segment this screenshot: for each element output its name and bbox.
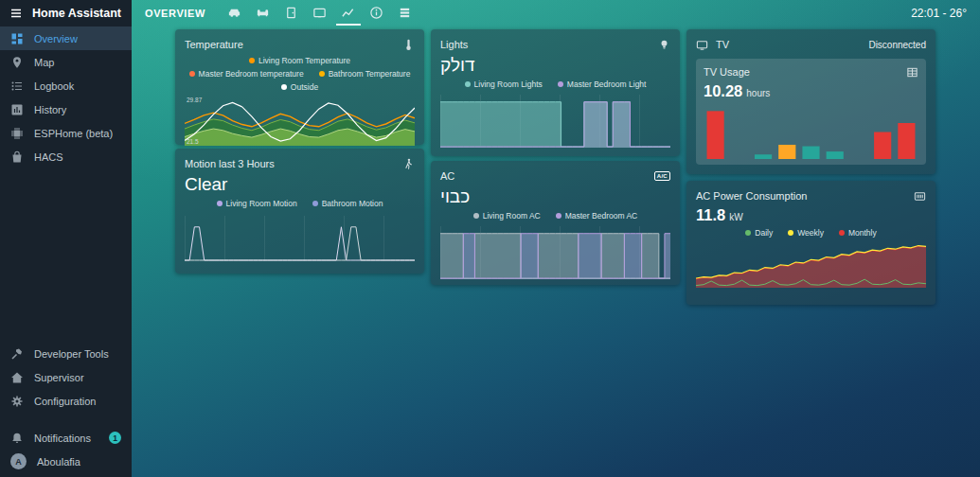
sidebar: Home Assistant Overview Map Logbook Hist… bbox=[0, 0, 132, 477]
legend-item: Daily bbox=[745, 228, 773, 238]
tablet-view-icon[interactable] bbox=[308, 0, 332, 26]
sidebar-item-hacs[interactable]: HACS bbox=[0, 145, 132, 168]
app-title: Home Assistant bbox=[32, 7, 121, 20]
sidebar-item-label: Logbook bbox=[34, 80, 74, 92]
legend-dot bbox=[189, 71, 195, 77]
table-icon bbox=[906, 66, 918, 79]
legend-item: Outside bbox=[281, 82, 318, 92]
card-title: AC bbox=[440, 170, 454, 182]
motion-chart bbox=[185, 216, 415, 261]
temperature-card[interactable]: Temperature Living Room Temperature Mast… bbox=[175, 29, 424, 145]
ac-card[interactable]: AC A/C כבוי Living Room AC Master Bedroo… bbox=[431, 161, 680, 285]
walk-icon bbox=[402, 158, 415, 170]
sidebar-item-label: Overview bbox=[34, 33, 78, 44]
lights-state: דולק bbox=[440, 55, 670, 76]
card-header: Lights bbox=[440, 37, 670, 52]
legend-item: Living Room Motion bbox=[217, 199, 297, 208]
card-title: Motion last 3 Hours bbox=[185, 158, 275, 169]
bell-icon bbox=[10, 432, 24, 445]
tv-usage-panel[interactable]: TV Usage 10.28 hours bbox=[696, 59, 926, 165]
card-header: TV Usage bbox=[704, 64, 918, 80]
legend-label: Daily bbox=[755, 228, 773, 238]
hammer-icon bbox=[10, 347, 24, 361]
menu-icon[interactable] bbox=[9, 7, 23, 20]
map-marker-icon bbox=[10, 56, 24, 69]
sidebar-item-user[interactable]: A Aboulafia bbox=[0, 450, 132, 473]
card-header: Temperature bbox=[185, 37, 415, 52]
legend-label: Master Bedroom temperature bbox=[199, 69, 304, 79]
tv-usage-chart bbox=[704, 102, 918, 159]
list-icon bbox=[10, 80, 24, 93]
dashboard-icon bbox=[10, 32, 24, 45]
motion-card[interactable]: Motion last 3 Hours Clear Living Room Mo… bbox=[175, 149, 424, 274]
sidebar-item-overview[interactable]: Overview bbox=[0, 26, 132, 50]
legend: Living Room Lights Master Bedroom Light bbox=[440, 80, 670, 89]
legend-dot bbox=[788, 230, 793, 236]
sidebar-item-configuration[interactable]: Configuration bbox=[0, 389, 132, 413]
topbar: OVERVIEW 22:01 - 26° bbox=[132, 0, 980, 26]
temperature-chart: 29.87 21.5 bbox=[185, 97, 415, 146]
legend-dot bbox=[745, 230, 751, 236]
sidebar-item-label: Map bbox=[34, 57, 54, 68]
ac-power-value-row: 11.8 kW bbox=[696, 206, 926, 224]
card-title: AC Power Consumption bbox=[696, 190, 807, 202]
y-axis-max: 29.87 bbox=[187, 97, 202, 103]
legend: Living Room Temperature Master Bedroom t… bbox=[185, 56, 415, 92]
ac-chart bbox=[440, 226, 670, 279]
ac-power-card[interactable]: AC Power Consumption 11.8 kW Daily Weekl… bbox=[686, 181, 935, 305]
door-view-icon[interactable] bbox=[279, 0, 304, 26]
sidebar-item-logbook[interactable]: Logbook bbox=[0, 74, 132, 97]
sidebar-item-label: Supervisor bbox=[34, 372, 84, 383]
legend-label: Weekly bbox=[797, 228, 824, 238]
chart-box-icon bbox=[10, 103, 24, 116]
sidebar-item-supervisor[interactable]: Supervisor bbox=[0, 365, 132, 389]
lights-chart bbox=[440, 95, 670, 148]
thermometer-icon bbox=[402, 39, 415, 51]
legend: Daily Weekly Monthly bbox=[696, 228, 926, 238]
car-view-icon[interactable] bbox=[223, 0, 247, 26]
legend-label: Outside bbox=[291, 82, 318, 92]
legend-item: Living Room AC bbox=[473, 211, 541, 221]
sidebar-item-developer-tools[interactable]: Developer Tools bbox=[0, 342, 132, 365]
rows-view-icon[interactable] bbox=[393, 0, 418, 26]
legend-item: Weekly bbox=[788, 228, 824, 238]
tv-card[interactable]: TV Disconnected TV Usage 10.28 hours bbox=[686, 29, 935, 174]
shopping-bag-icon bbox=[10, 150, 24, 164]
clock-temperature: 22:01 - 26° bbox=[911, 7, 967, 20]
chip-icon bbox=[10, 127, 24, 140]
sidebar-item-label: ESPHome (beta) bbox=[34, 128, 113, 139]
legend-dot bbox=[312, 201, 318, 206]
legend-item: Master Bedroom temperature bbox=[189, 69, 304, 79]
legend-label: Bathroom Temperature bbox=[329, 69, 411, 79]
y-axis-min: 21.5 bbox=[187, 138, 199, 145]
card-header: AC Power Consumption bbox=[696, 188, 926, 203]
legend-label: Living Room Temperature bbox=[258, 56, 350, 65]
sidebar-bottom: Developer Tools Supervisor Configuration… bbox=[0, 342, 132, 477]
ac-power-unit: kW bbox=[729, 212, 742, 222]
home-icon bbox=[10, 371, 24, 384]
info-view-icon[interactable] bbox=[365, 0, 389, 26]
legend-label: Master Bedroom AC bbox=[565, 211, 638, 221]
legend-item: Master Bedroom Light bbox=[558, 80, 647, 89]
card-header: TV Disconnected bbox=[696, 37, 926, 52]
legend: Living Room Motion Bathroom Motion bbox=[185, 199, 415, 208]
sidebar-item-history[interactable]: History bbox=[0, 97, 132, 121]
lights-card[interactable]: Lights דולק Living Room Lights Master Be… bbox=[431, 29, 680, 156]
sidebar-item-notifications[interactable]: Notifications 1 bbox=[0, 426, 132, 450]
tv-title-group: TV bbox=[696, 39, 729, 51]
legend-item: Living Room Lights bbox=[465, 80, 543, 89]
sidebar-item-label: Aboulafia bbox=[37, 456, 80, 468]
legend-item: Living Room Temperature bbox=[249, 56, 350, 65]
legend-dot bbox=[556, 213, 561, 219]
chart-view-icon[interactable] bbox=[336, 0, 361, 26]
sidebar-item-esphome[interactable]: ESPHome (beta) bbox=[0, 121, 132, 145]
tv-status: Disconnected bbox=[868, 40, 926, 50]
avatar: A bbox=[10, 453, 27, 469]
gear-icon bbox=[10, 395, 24, 408]
legend-label: Bathroom Motion bbox=[322, 199, 383, 208]
sofa-view-icon[interactable] bbox=[251, 0, 276, 26]
tab-overview[interactable]: OVERVIEW bbox=[145, 8, 205, 19]
sidebar-item-map[interactable]: Map bbox=[0, 50, 132, 74]
sidebar-nav: Overview Map Logbook History ESPHome (be… bbox=[0, 26, 132, 168]
legend-label: Living Room AC bbox=[483, 211, 541, 221]
